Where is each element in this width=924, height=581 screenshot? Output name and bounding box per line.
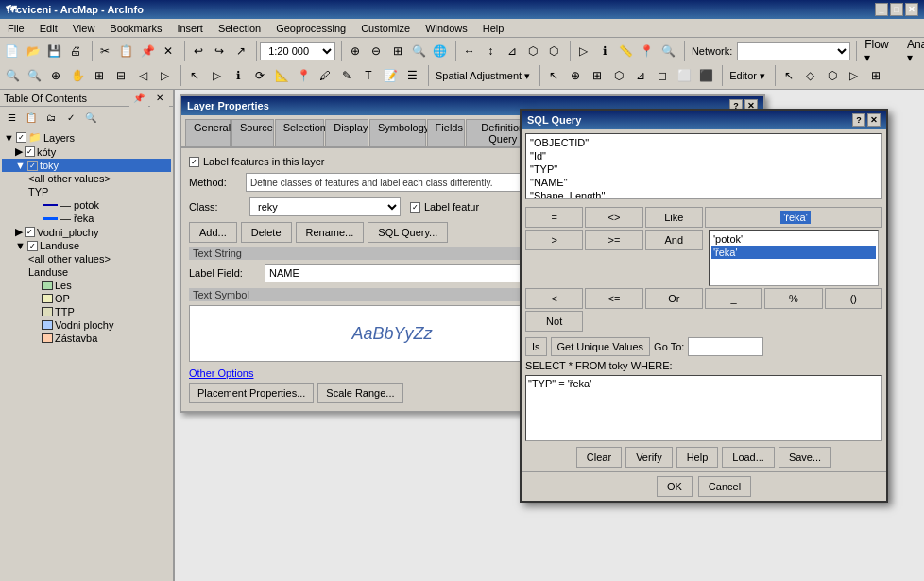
tb15[interactable]: 🔍 xyxy=(659,41,678,61)
toc-toky-allother[interactable]: <all other values> xyxy=(2,172,171,185)
menu-customize[interactable]: Customize xyxy=(353,19,418,37)
sql-values-list[interactable]: 'potok' 'řeka' xyxy=(709,230,879,286)
menu-view[interactable]: View xyxy=(65,19,103,37)
ok-btn[interactable]: OK xyxy=(657,476,693,497)
toc-ttp[interactable]: TTP xyxy=(2,305,171,318)
menu-bookmarks[interactable]: Bookmarks xyxy=(102,19,169,37)
tb4[interactable]: 🔍 xyxy=(408,41,428,61)
clear-btn[interactable]: Clear xyxy=(576,447,622,468)
tb5[interactable]: 🌐 xyxy=(430,41,450,61)
edit5[interactable]: ⊞ xyxy=(865,65,886,86)
open-button[interactable]: 📂 xyxy=(23,41,43,61)
sql-query-box[interactable]: "TYP" = 'řeka' xyxy=(525,375,882,441)
op-gte[interactable]: >= xyxy=(585,230,642,250)
maximize-button[interactable]: □ xyxy=(890,3,903,16)
sql-query-btn[interactable]: SQL Query... xyxy=(368,222,448,243)
op-percent[interactable]: % xyxy=(764,288,822,309)
menu-edit[interactable]: Edit xyxy=(32,19,65,37)
tab-symbology[interactable]: Symbology xyxy=(369,119,426,146)
tb8[interactable]: ⊿ xyxy=(502,41,522,61)
sa6[interactable]: ◻ xyxy=(652,65,673,86)
scale-dropdown[interactable]: 1:20 000 xyxy=(260,42,335,60)
toc-les[interactable]: Les xyxy=(2,279,171,292)
op-like[interactable]: Like xyxy=(645,207,703,228)
tb13[interactable]: 📏 xyxy=(616,41,636,61)
cut-button[interactable]: ✂ xyxy=(95,41,115,61)
sa3[interactable]: ⊞ xyxy=(587,65,607,86)
select8[interactable]: ✎ xyxy=(336,65,357,86)
delete-class-btn[interactable]: Delete xyxy=(241,222,292,243)
koty-checkbox[interactable] xyxy=(25,146,35,157)
arrow-button[interactable]: ↗ xyxy=(231,41,250,61)
zoom-sel[interactable]: ⊕ xyxy=(45,65,66,86)
toc-op[interactable]: OP xyxy=(2,292,171,305)
layers-checkbox[interactable] xyxy=(16,132,26,143)
val-potok[interactable]: 'potok' xyxy=(711,232,876,246)
tab-fields[interactable]: Fields xyxy=(427,119,465,146)
sql-field-shapelen[interactable]: "Shape_Length" xyxy=(528,189,880,199)
toc-zastavba[interactable]: Zástavba xyxy=(2,332,171,345)
toc-display-btn[interactable]: 🗂 xyxy=(42,109,60,126)
close-button[interactable]: ✕ xyxy=(905,3,918,16)
menu-geoprocessing[interactable]: Geoprocessing xyxy=(268,19,353,37)
landuse-checkbox[interactable] xyxy=(27,241,38,251)
placement-btn[interactable]: Placement Properties... xyxy=(189,383,314,403)
goto-input[interactable] xyxy=(688,337,763,356)
toc-search-btn[interactable]: 🔍 xyxy=(81,109,100,126)
select7[interactable]: 🖊 xyxy=(315,65,335,86)
vodni-checkbox[interactable] xyxy=(25,227,35,237)
fixed-zoom[interactable]: ⊞ xyxy=(89,65,110,86)
op-gt[interactable]: > xyxy=(525,230,583,250)
op-lpar[interactable]: < xyxy=(525,288,583,309)
op-lt[interactable]: <> xyxy=(585,207,642,228)
toc-source-btn[interactable]: 📋 xyxy=(22,109,41,126)
select10[interactable]: 📝 xyxy=(380,65,401,86)
add-class-btn[interactable]: Add... xyxy=(189,222,237,243)
toky-checkbox[interactable] xyxy=(27,161,38,171)
scale-range-btn[interactable]: Scale Range... xyxy=(317,383,402,403)
undo-button[interactable]: ↩ xyxy=(188,41,208,61)
op-lte[interactable]: <= xyxy=(585,288,642,309)
pan-btn[interactable]: ✋ xyxy=(67,65,88,86)
edit3[interactable]: ⬡ xyxy=(822,65,843,86)
sql-field-objectid[interactable]: "OBJECTID" xyxy=(528,136,880,149)
toc-vodniplochy[interactable]: Vodni plochy xyxy=(2,318,171,332)
label-checkbox[interactable] xyxy=(189,157,199,167)
sql-field-name[interactable]: "NAME" xyxy=(528,176,880,189)
select9[interactable]: T xyxy=(358,65,379,86)
op-eq[interactable]: = xyxy=(525,207,583,228)
rename-class-btn[interactable]: Rename... xyxy=(296,222,365,243)
back-btn[interactable]: ◁ xyxy=(132,65,153,86)
op-parens[interactable]: () xyxy=(825,288,882,309)
network-dropdown[interactable] xyxy=(737,42,850,60)
tb6[interactable]: ↔ xyxy=(459,41,479,61)
get-unique-btn[interactable]: Get Unique Values xyxy=(551,337,651,356)
toc-landuse-allother[interactable]: <all other values> xyxy=(2,252,171,265)
redo-button[interactable]: ↪ xyxy=(209,41,229,61)
op-underscore[interactable]: _ xyxy=(705,288,762,309)
edit1[interactable]: ↖ xyxy=(779,65,799,86)
menu-insert[interactable]: Insert xyxy=(169,19,211,37)
tab-selection[interactable]: Selection xyxy=(275,119,325,146)
help-btn2[interactable]: Help xyxy=(676,447,719,468)
sa5[interactable]: ⊿ xyxy=(630,65,651,86)
sql-field-typ[interactable]: "TYP" xyxy=(528,162,880,176)
is-button[interactable]: Is xyxy=(525,337,547,356)
toc-toky-potok[interactable]: — potok xyxy=(2,198,171,212)
save-btn[interactable]: Save... xyxy=(779,447,831,468)
toc-layers-group[interactable]: ▼ 📁 Layers xyxy=(2,130,171,145)
copy-button[interactable]: 📋 xyxy=(116,41,136,61)
other-options-link[interactable]: Other Options xyxy=(189,367,403,379)
toc-layer-koty[interactable]: ▶ kóty xyxy=(2,145,171,159)
analysis-button[interactable]: Analysis ▾ xyxy=(902,41,924,61)
fixed-zoom2[interactable]: ⊟ xyxy=(111,65,131,86)
toc-list-btn[interactable]: ☰ xyxy=(2,109,21,126)
menu-help[interactable]: Help xyxy=(475,19,512,37)
tab-display[interactable]: Display xyxy=(325,119,368,146)
tb12[interactable]: ℹ xyxy=(594,41,614,61)
select5[interactable]: 📐 xyxy=(271,65,292,86)
flow-button[interactable]: Flow ▾ xyxy=(860,41,901,61)
select3[interactable]: ℹ xyxy=(228,65,248,86)
edit4[interactable]: ▷ xyxy=(844,65,864,86)
tb14[interactable]: 📍 xyxy=(637,41,657,61)
